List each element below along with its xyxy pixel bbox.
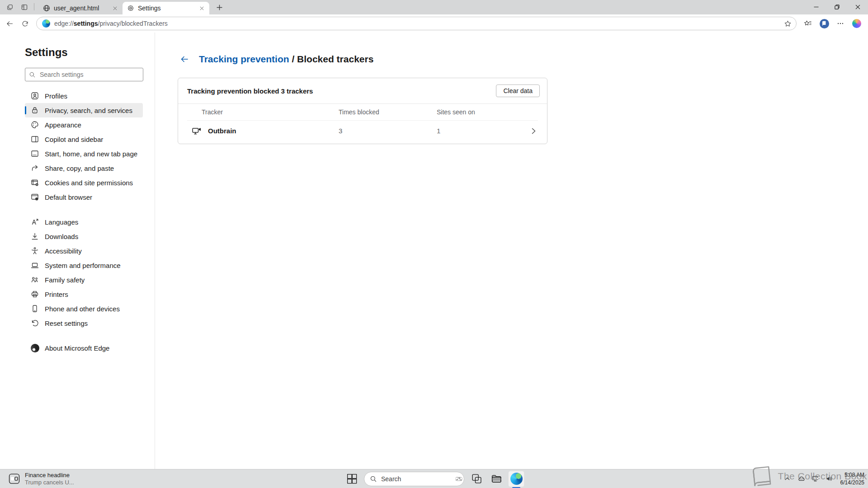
breadcrumb-blocked-trackers: Blocked trackers: [297, 54, 373, 64]
sidebar-item-label: Privacy, search, and services: [45, 107, 132, 114]
start-button[interactable]: [344, 471, 359, 487]
sidebar-item-default-browser[interactable]: Default browser: [25, 190, 143, 204]
windows-taskbar: Finance headline Trump cancels U... Sear…: [0, 469, 868, 488]
sidebar-item-label: Downloads: [45, 233, 78, 240]
sidebar-item-label: Share, copy, and paste: [45, 164, 114, 172]
file-explorer-button[interactable]: [489, 471, 504, 487]
tab-title: user_agent.html: [54, 5, 107, 12]
restore-button[interactable]: [826, 0, 847, 14]
collections-book-icon[interactable]: [817, 17, 831, 30]
windows-logo-icon: [346, 473, 358, 484]
folder-icon: [491, 473, 502, 484]
workspaces-icon[interactable]: [4, 1, 16, 13]
times-blocked-value: 3: [339, 127, 437, 135]
network-icon[interactable]: [811, 474, 821, 484]
more-icon[interactable]: [834, 17, 847, 30]
address-bar[interactable]: edge://settings/privacy/blockedTrackers: [36, 17, 797, 30]
clear-data-button[interactable]: Clear data: [496, 84, 540, 97]
volume-icon[interactable]: [825, 474, 835, 484]
favorites-star-icon[interactable]: [801, 17, 815, 30]
minimize-button[interactable]: [806, 0, 826, 14]
sidebar-item-family-safety[interactable]: Family safety: [25, 272, 143, 287]
tracker-rows: Outbrain31: [187, 120, 538, 141]
sidebar-item-reset-settings[interactable]: Reset settings: [25, 316, 143, 330]
copilot-icon[interactable]: [850, 17, 863, 30]
family-icon: [30, 275, 39, 284]
tracker-ad-icon: [192, 127, 202, 136]
sidebar-item-label: Phone and other devices: [45, 305, 120, 313]
sidebar-item-share-copy-and-paste[interactable]: Share, copy, and paste: [25, 161, 143, 175]
clock-date: 6/14/2025: [840, 479, 864, 486]
sidebar-item-downloads[interactable]: Downloads: [25, 229, 143, 244]
back-arrow-icon[interactable]: [178, 52, 191, 66]
sidebar-item-about-microsoft-edge[interactable]: About Microsoft Edge: [25, 341, 143, 355]
task-view-icon: [471, 473, 482, 484]
chevron-right-icon[interactable]: [529, 127, 538, 136]
url-text[interactable]: edge://settings/privacy/blockedTrackers: [54, 20, 168, 27]
onedrive-cloud-icon[interactable]: [797, 474, 807, 484]
refresh-icon[interactable]: [18, 17, 32, 30]
profiles-icon: [30, 91, 39, 100]
sidebar-item-phone-and-other-devices[interactable]: Phone and other devices: [25, 301, 143, 316]
widgets-button[interactable]: Finance headline Trump cancels U...: [5, 469, 77, 488]
back-icon[interactable]: [3, 17, 16, 30]
sidebar-item-label: Printers: [45, 291, 68, 298]
tab-close-icon[interactable]: [198, 4, 206, 12]
taskbar-search-label: Search: [381, 475, 451, 483]
window-controls: [806, 0, 868, 14]
page-head: Tracking prevention / Blocked trackers: [178, 52, 868, 66]
titlebar-separator: [34, 3, 34, 10]
downloads-icon: [30, 232, 39, 241]
task-view-button[interactable]: [469, 471, 484, 487]
search-highlight-image[interactable]: [455, 475, 462, 483]
taskbar-search-box[interactable]: Search: [364, 472, 464, 486]
close-button[interactable]: [847, 0, 868, 14]
tracker-table: Tracker Times blocked Sites seen on Outb…: [178, 104, 547, 144]
sidebar-item-label: Languages: [45, 218, 78, 226]
copilot-sidebar-icon: [30, 135, 39, 144]
edge-logo-dark-icon: [30, 343, 39, 352]
tab-title: Settings: [138, 5, 194, 12]
tab-close-icon[interactable]: [111, 4, 119, 12]
desktop-screen: user_agent.htmlSettings edge://settings/…: [0, 0, 868, 488]
sidebar-item-copilot-and-sidebar[interactable]: Copilot and sidebar: [25, 132, 143, 146]
sidebar-item-accessibility[interactable]: Accessibility: [25, 244, 143, 258]
tab-settings[interactable]: Settings: [123, 2, 209, 14]
tab-user-agent-html[interactable]: user_agent.html: [38, 2, 123, 14]
clock[interactable]: 5:08 AM 6/14/2025: [840, 471, 864, 486]
sidebar-item-printers[interactable]: Printers: [25, 287, 143, 301]
system-icon: [30, 261, 39, 270]
tracker-row[interactable]: Outbrain31: [187, 120, 538, 141]
sidebar-item-languages[interactable]: Languages: [25, 215, 143, 229]
search-settings-input[interactable]: [40, 71, 139, 78]
sidebar-item-privacy-search-and-services[interactable]: Privacy, search, and services: [25, 103, 143, 117]
blocked-trackers-card: Tracking prevention blocked 3 trackers C…: [178, 78, 547, 144]
column-tracker: Tracker: [187, 108, 339, 116]
nav-group-0: ProfilesPrivacy, search, and servicesApp…: [25, 89, 155, 204]
sidebar-item-appearance[interactable]: Appearance: [25, 117, 143, 132]
settings-search-box[interactable]: [25, 68, 143, 81]
edge-taskbar-button[interactable]: [509, 471, 524, 487]
globe-icon: [43, 5, 50, 12]
tray-chevron-up-icon[interactable]: [783, 474, 793, 484]
widget-headline-subtitle: Trump cancels U...: [25, 479, 74, 486]
sidebar-item-label: System and performance: [45, 262, 121, 269]
sidebar-item-label: About Microsoft Edge: [45, 344, 109, 352]
sidebar-item-system-and-performance[interactable]: System and performance: [25, 258, 143, 272]
cookies-icon: [30, 178, 39, 187]
sidebar-item-start-home-and-new-tab-page[interactable]: Start, home, and new tab page: [25, 146, 143, 161]
sidebar-item-label: Cookies and site permissions: [45, 179, 133, 187]
sidebar-item-profiles[interactable]: Profiles: [25, 89, 143, 103]
sidebar-item-label: Appearance: [45, 121, 81, 129]
column-times-blocked: Times blocked: [339, 108, 437, 116]
phone-icon: [30, 304, 39, 313]
favorite-star-icon[interactable]: [784, 20, 792, 28]
new-tab-button[interactable]: [213, 1, 226, 14]
sidebar-item-label: Profiles: [45, 92, 67, 100]
reset-icon: [30, 319, 39, 328]
sidebar-item-cookies-and-site-permissions[interactable]: Cookies and site permissions: [25, 175, 143, 190]
breadcrumb-tracking-prevention[interactable]: Tracking prevention: [199, 54, 289, 64]
card-header: Tracking prevention blocked 3 trackers C…: [178, 78, 547, 103]
edge-site-icon: [42, 19, 50, 28]
tab-actions-icon[interactable]: [18, 1, 31, 13]
